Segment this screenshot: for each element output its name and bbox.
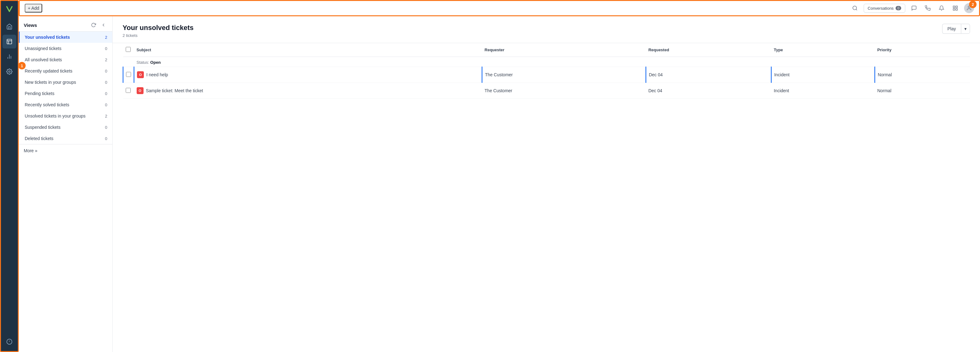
conversations-badge: 0 — [896, 6, 901, 10]
views-panel: Views Your unsolved — [19, 16, 113, 352]
view-label: Deleted tickets — [25, 136, 54, 141]
tickets-table: Subject Requester Requested Type Priorit… — [123, 43, 970, 99]
row-type: Incident — [771, 67, 875, 83]
svg-rect-0 — [7, 40, 12, 44]
view-item-unsolved-in-groups[interactable]: Unsolved tickets in your groups 2 — [19, 110, 112, 122]
view-count: 0 — [105, 80, 107, 85]
svg-point-10 — [853, 6, 856, 10]
svg-rect-14 — [953, 9, 955, 10]
view-label: All unsolved tickets — [25, 57, 62, 62]
view-item-recently-updated[interactable]: Recently updated tickets 0 — [19, 65, 112, 76]
view-item-unassigned[interactable]: Unassigned tickets 0 — [19, 43, 112, 54]
view-item-pending[interactable]: Pending tickets 0 — [19, 88, 112, 99]
play-button[interactable]: Play — [942, 24, 961, 34]
content-area: Views Your unsolved — [19, 16, 980, 352]
view-count: 0 — [105, 136, 107, 141]
tickets-subtitle: 2 tickets — [123, 33, 194, 38]
select-all-checkbox[interactable] — [126, 47, 131, 52]
table-row[interactable]: O I need help The Customer Dec 04 Incide… — [123, 67, 970, 83]
view-label: Recently updated tickets — [25, 68, 73, 73]
svg-point-6 — [9, 71, 10, 73]
view-count: 0 — [105, 46, 107, 51]
sidebar-logo — [3, 3, 16, 16]
row-checkbox-1[interactable] — [126, 72, 131, 77]
view-label: Unassigned tickets — [25, 46, 62, 51]
sidebar-item-zendesk[interactable] — [3, 335, 16, 349]
topbar-badge-2: 2 — [969, 1, 977, 8]
grid-button[interactable] — [950, 3, 960, 13]
view-label: Your unsolved tickets — [25, 35, 70, 40]
col-subject: Subject — [134, 43, 482, 57]
row-checkbox-2[interactable] — [126, 88, 131, 93]
tickets-title: Your unsolved tickets — [123, 24, 194, 32]
views-title: Views — [24, 22, 37, 28]
view-count: 2 — [105, 114, 107, 119]
status-cell: Status: Open — [134, 57, 970, 67]
view-label: New tickets in your groups — [25, 80, 76, 85]
view-item-new-in-groups[interactable]: New tickets in your groups 0 — [19, 76, 112, 88]
view-item-all-unsolved[interactable]: All unsolved tickets 2 — [19, 54, 112, 65]
col-requester: Requester — [482, 43, 646, 57]
tickets-title-wrap: Your unsolved tickets 2 tickets — [123, 24, 194, 38]
conversations-button[interactable]: Conversations 0 — [864, 4, 905, 13]
topbar: + Add Conversations 0 — [19, 0, 980, 16]
main-wrapper: + Add Conversations 0 — [19, 0, 980, 352]
views-more[interactable]: More » — [19, 144, 112, 157]
sidebar-item-reports[interactable] — [3, 50, 16, 63]
conversations-label: Conversations — [868, 6, 894, 11]
view-item-deleted[interactable]: Deleted tickets 0 — [19, 133, 112, 144]
svg-rect-13 — [956, 6, 958, 8]
view-item-recently-solved[interactable]: Recently solved tickets 0 — [19, 99, 112, 110]
ticket-icon: O — [137, 71, 144, 78]
view-count: 0 — [105, 103, 107, 107]
status-label: Status: — [137, 60, 149, 65]
views-collapse-button[interactable] — [100, 21, 107, 29]
view-count: 0 — [105, 91, 107, 96]
sidebar-item-settings[interactable] — [3, 65, 16, 78]
view-count: 0 — [105, 125, 107, 130]
bell-button[interactable] — [937, 3, 947, 13]
chat-button[interactable] — [909, 3, 919, 13]
sidebar-bottom — [3, 335, 16, 349]
row-requester: The Customer — [482, 67, 646, 83]
row-requested: Dec 04 — [646, 67, 771, 83]
topbar-right-wrap: 2 — [964, 3, 974, 13]
tickets-area: Your unsolved tickets 2 tickets Play ▾ — [113, 16, 980, 352]
row-priority: Normal — [875, 67, 970, 83]
view-label: Unsolved tickets in your groups — [25, 114, 86, 119]
row-requested: Dec 04 — [646, 83, 771, 99]
view-label: Suspended tickets — [25, 125, 60, 130]
svg-line-11 — [856, 9, 857, 10]
view-count: 2 — [105, 35, 107, 40]
view-item-suspended[interactable]: Suspended tickets 0 — [19, 122, 112, 133]
row-subject: O I need help — [134, 67, 482, 83]
tickets-header-actions: Play ▾ — [942, 24, 970, 34]
views-header: Views — [19, 16, 112, 32]
phone-button[interactable] — [923, 3, 933, 13]
search-button[interactable] — [850, 3, 860, 13]
view-item-your-unsolved[interactable]: Your unsolved tickets 2 — [19, 32, 112, 43]
view-count: 0 — [105, 69, 107, 73]
row-priority: Normal — [875, 83, 970, 99]
add-button[interactable]: + Add — [25, 4, 42, 13]
svg-rect-15 — [956, 9, 958, 10]
row-subject: O Sample ticket: Meet the ticket — [134, 83, 482, 99]
row-checkbox-cell — [123, 83, 134, 99]
table-row[interactable]: O Sample ticket: Meet the ticket The Cus… — [123, 83, 970, 99]
view-label: Pending tickets — [25, 91, 54, 96]
status-row: Status: Open — [123, 57, 970, 67]
dropdown-button[interactable]: ▾ — [961, 24, 970, 34]
row-checkbox-cell — [123, 67, 134, 83]
views-actions — [90, 21, 107, 29]
col-priority: Priority — [875, 43, 970, 57]
view-count: 2 — [105, 57, 107, 62]
sidebar-badge-1: 1 — [18, 62, 25, 70]
sidebar-item-tickets[interactable] — [3, 35, 16, 48]
col-type: Type — [771, 43, 875, 57]
col-requested: Requested — [646, 43, 771, 57]
sidebar-item-home[interactable] — [3, 20, 16, 33]
select-all-header — [123, 43, 134, 57]
views-refresh-button[interactable] — [90, 21, 97, 29]
view-label: Recently solved tickets — [25, 102, 69, 107]
ticket-icon: O — [137, 87, 143, 94]
